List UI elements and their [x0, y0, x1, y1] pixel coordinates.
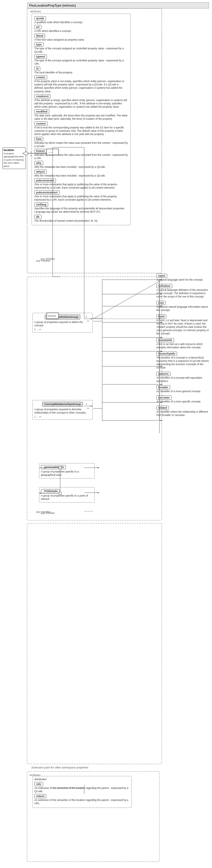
bottom-attrs-label: attributes: [34, 778, 130, 781]
attr-desc-how: Indicates by which means the value was e…: [34, 142, 128, 148]
attr-desc-typeuri: The type of the concept assigned as cont…: [34, 59, 128, 66]
prop-remoteinfo-desc: A link to an item at a web resource whic…: [156, 343, 209, 349]
prop-facet-desc: In NAR 1.8 and later, facet is deprecate…: [156, 319, 209, 335]
attr-creator: creator If the property value is not emp…: [34, 75, 128, 93]
prop-name: name A natural language name for the con…: [156, 274, 209, 281]
attr-desc-id: The local identifier of the property.: [34, 71, 128, 74]
title-bar: FlexLocationPropType (intrinsic): [27, 2, 209, 8]
prop-definition-label: definition: [156, 284, 172, 288]
prop-broader-label: broader: [156, 385, 170, 390]
attr-how: how Indicates by which means the value w…: [34, 137, 128, 148]
attr-name-custom: custom: [34, 122, 48, 126]
attr-typeuri: typeuri The type of the concept assigned…: [34, 55, 128, 66]
prop-note-desc: Additional natural language information …: [156, 305, 209, 312]
svg-line-10: [93, 281, 159, 319]
attr-pubconstrainturi: pubconstrainturi One or more constraints…: [34, 190, 128, 202]
prop-remoteinfo-label: remoteInfo: [156, 338, 174, 342]
prop-definition: definition A natural language definition…: [156, 284, 209, 298]
concept-def-mult-2: ∞: [39, 328, 41, 331]
attr-modified: modified The date (and, optionally, the …: [34, 110, 128, 121]
prop-sameas-label: sameAs: [156, 372, 171, 376]
geo-area-details-desc: A group of properties specific to a geog…: [41, 470, 93, 477]
attr-desc-xmllang: Specifies the language of this property …: [34, 207, 128, 214]
fother-tag-2: any ##other: [40, 511, 55, 515]
concept-def-mult-1: 1: [34, 328, 36, 331]
concept-def-group-label: ConceptDefinitionGroup: [45, 315, 81, 319]
attr-custom: custom If set to true the corresponding …: [34, 122, 128, 136]
attr-name-type: type: [34, 42, 43, 46]
attr-desc-howuri: Indicates by which means the value was e…: [34, 153, 128, 160]
attr-howuri: howuri Indicates by which means the valu…: [34, 149, 128, 160]
attr-literal: literal A free-text value assigned as pr…: [34, 34, 128, 41]
concept-def-group-desc: A group of properties required to define…: [34, 320, 91, 327]
prop-hierarchyinfo: hierarchyInfo The position of a concept …: [156, 351, 209, 369]
attr-creatoruri: creatoruri If the attribute is empty, sp…: [34, 94, 128, 108]
attr-type: type The type of the concept assigned as…: [34, 42, 128, 54]
prop-note: note Additional natural language informa…: [156, 301, 209, 312]
svg-rect-40: [27, 523, 162, 764]
attr-desc-pubconstrainturi: One or more constraints that apply to pu…: [34, 195, 128, 202]
attr-xmllang: xmllang Specifies the language of this p…: [34, 203, 128, 214]
concept-rel-mult-sep: ...: [36, 415, 38, 418]
right-properties: name A natural language name for the con…: [156, 274, 209, 419]
attr-name-uri: uri: [34, 25, 41, 29]
attr-desc-whyuri: Why the metadata has been included - exp…: [34, 174, 128, 178]
attr-desc-pubconstraint: One or more constraints that apply to pu…: [34, 183, 128, 189]
prop-narrower-label: narrower: [156, 396, 172, 400]
poi-details-desc: A group of properties specific to a poin…: [41, 494, 93, 501]
attr-desc-type: The type of the concept assigned as cont…: [34, 47, 128, 54]
prop-related-desc: An identifier where the relationship is …: [156, 410, 209, 417]
location-box: location A location (geographical area o…: [2, 147, 26, 169]
prop-broader-desc: An identifier of a more general concept.: [156, 390, 209, 393]
attr-name-howuri: howuri: [34, 149, 47, 153]
attr-name-pubconstraint: pubconstraint: [34, 178, 56, 183]
prop-sameas: sameAs An identifier of a concept with e…: [156, 372, 209, 383]
concept-rel-group-label: ConceptRelationshipsGroup: [42, 402, 83, 407]
attr-why: why Why the metadata has been included -…: [34, 161, 128, 169]
attr-desc-qcode: A qualified code which identifies a conc…: [34, 21, 128, 24]
concept-def-mult-sep: ...: [36, 328, 38, 331]
diagram-title: FlexLocationPropType (intrinsic): [29, 4, 76, 7]
bottom-attr-roleuri: roleuri An extension of the semantics of…: [34, 794, 130, 805]
prop-facet: facet In NAR 1.8 and later, facet is dep…: [156, 314, 209, 335]
bottom-attr-role: role An extension of the semantics of th…: [34, 782, 130, 793]
attr-name-pubconstrainturi: pubconstrainturi: [34, 190, 60, 195]
attr-name-qcode: qcode: [34, 16, 46, 21]
concept-rel-group-desc: A group of properties required to descri…: [34, 408, 91, 414]
attr-desc-dir: The directionality of textual content (e…: [34, 219, 128, 223]
bottom-attributes-box: attributes role An extension of the sema…: [32, 776, 132, 808]
concept-rel-mult-1: 1: [34, 415, 36, 418]
bottom-attr-name-roleuri: roleuri: [34, 794, 46, 798]
bottom-attr-desc-role: An extension of the semantics of the loc…: [34, 786, 130, 793]
concept-relationships-group-box: ConceptRelationshipsGroup A group of pro…: [32, 400, 93, 420]
location-title: location: [4, 149, 25, 152]
attr-dir: dir The directionality of textual conten…: [34, 215, 128, 223]
concept-definition-group-box: ConceptDefinitionGroup A group of proper…: [32, 313, 93, 333]
geo-area-details-label: _geoAreaDetails: [41, 465, 66, 469]
fother-tag-1: any ##other: [40, 257, 55, 260]
concept-rel-mult-2: ∞: [39, 415, 41, 418]
attr-name-why: why: [34, 161, 43, 165]
poi-details-label: _POIDetails: [41, 489, 60, 493]
poi-details-box: _POIDetails A group of properties specif…: [39, 487, 95, 503]
attr-id: id The local identifier of the property.: [34, 66, 128, 74]
attr-desc-uri: A URI which identifies a concept.: [34, 29, 128, 33]
attr-desc-modified: The date (and, optionally, the time) whe…: [34, 114, 128, 121]
prop-related: related An identifier where the relation…: [156, 406, 209, 417]
prop-definition-desc: A natural language definition of the sem…: [156, 288, 209, 298]
prop-broader: broader An identifier of a more general …: [156, 385, 209, 393]
location-desc: A location (geographical area or point o…: [4, 152, 25, 168]
bottom-attr-name-role: role: [34, 782, 43, 786]
attr-desc-custom: If set to true the corresponding propert…: [34, 126, 128, 136]
attributes-section: attributes: [30, 10, 41, 13]
attr-pubconstraint: pubconstraint One or more constraints th…: [34, 178, 128, 189]
attr-name-literal: literal: [34, 34, 45, 38]
attr-name-typeuri: typeuri: [34, 55, 47, 59]
prop-name-desc: A natural language name for the concept.: [156, 278, 209, 281]
prop-narrower-desc: An identifier of a more specific concept…: [156, 400, 209, 403]
prop-hierarchyinfo-label: hierarchyInfo: [156, 351, 177, 356]
top-attributes-box: qcode A qualified code which identifies …: [32, 13, 131, 225]
attr-name-id: id: [34, 66, 40, 71]
attr-name-creatoruri: creatoruri: [34, 94, 51, 98]
bottom-attr-desc-roleuri: An extension of the semantics of the loc…: [34, 799, 130, 805]
